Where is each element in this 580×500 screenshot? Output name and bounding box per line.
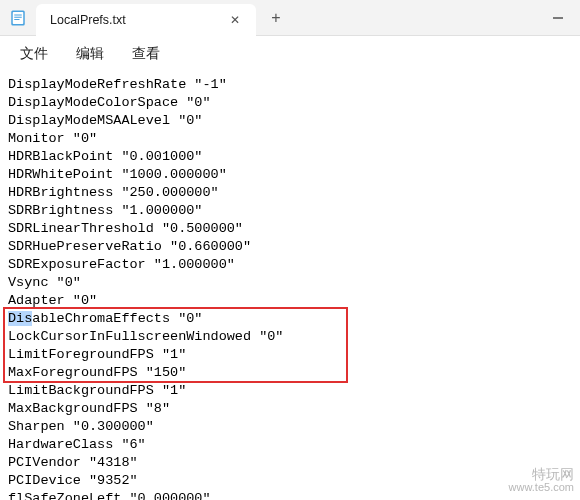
editor-line[interactable]: Vsync "0" — [8, 274, 572, 292]
close-tab-button[interactable]: ✕ — [224, 9, 246, 31]
editor-line[interactable]: MaxForegroundFPS "150" — [8, 364, 572, 382]
menu-view[interactable]: 查看 — [120, 39, 172, 69]
editor-line[interactable]: SDRBrightness "1.000000" — [8, 202, 572, 220]
editor-line[interactable]: PCIVendor "4318" — [8, 454, 572, 472]
editor-line[interactable]: Sharpen "0.300000" — [8, 418, 572, 436]
watermark-en: www.te5.com — [509, 481, 574, 494]
editor-line[interactable]: SDRLinearThreshold "0.500000" — [8, 220, 572, 238]
editor-line[interactable]: MaxBackgroundFPS "8" — [8, 400, 572, 418]
editor-line[interactable]: LimitBackgroundFPS "1" — [8, 382, 572, 400]
editor-line[interactable]: Adapter "0" — [8, 292, 572, 310]
editor-line[interactable]: LockCursorInFullscreenWindowed "0" — [8, 328, 572, 346]
editor-line[interactable]: DisplayModeColorSpace "0" — [8, 94, 572, 112]
text-editor[interactable]: DisplayModeRefreshRate "-1"DisplayModeCo… — [0, 72, 580, 500]
editor-line[interactable]: HardwareClass "6" — [8, 436, 572, 454]
editor-line[interactable]: SDRExposureFactor "1.000000" — [8, 256, 572, 274]
svg-rect-1 — [13, 12, 24, 24]
editor-line[interactable]: flSafeZoneLeft "0.000000" — [8, 490, 572, 500]
editor-line[interactable]: Monitor "0" — [8, 130, 572, 148]
editor-line[interactable]: HDRWhitePoint "1000.000000" — [8, 166, 572, 184]
titlebar-drag-area[interactable] — [292, 0, 536, 35]
editor-line[interactable]: LimitForegroundFPS "1" — [8, 346, 572, 364]
text-selection: Dis — [8, 311, 32, 326]
menubar: 文件 编辑 查看 — [0, 36, 580, 72]
titlebar: LocalPrefs.txt ✕ + — [0, 0, 580, 36]
editor-line[interactable]: DisplayModeMSAALevel "0" — [8, 112, 572, 130]
editor-line[interactable]: DisableChromaEffects "0" — [8, 310, 572, 328]
notepad-app-icon — [0, 0, 36, 35]
watermark-cn: 特玩网 — [509, 468, 574, 481]
watermark: 特玩网 www.te5.com — [509, 468, 574, 494]
minimize-button[interactable] — [536, 0, 580, 35]
minimize-icon — [553, 13, 563, 23]
editor-line[interactable]: DisplayModeRefreshRate "-1" — [8, 76, 572, 94]
tab-title: LocalPrefs.txt — [50, 13, 224, 27]
menu-edit[interactable]: 编辑 — [64, 39, 116, 69]
notepad-icon — [9, 9, 27, 27]
editor-line[interactable]: PCIDevice "9352" — [8, 472, 572, 490]
file-tab[interactable]: LocalPrefs.txt ✕ — [36, 4, 256, 36]
editor-line[interactable]: HDRBlackPoint "0.001000" — [8, 148, 572, 166]
editor-line[interactable]: HDRBrightness "250.000000" — [8, 184, 572, 202]
new-tab-button[interactable]: + — [260, 0, 292, 35]
menu-file[interactable]: 文件 — [8, 39, 60, 69]
editor-line[interactable]: SDRHuePreserveRatio "0.660000" — [8, 238, 572, 256]
